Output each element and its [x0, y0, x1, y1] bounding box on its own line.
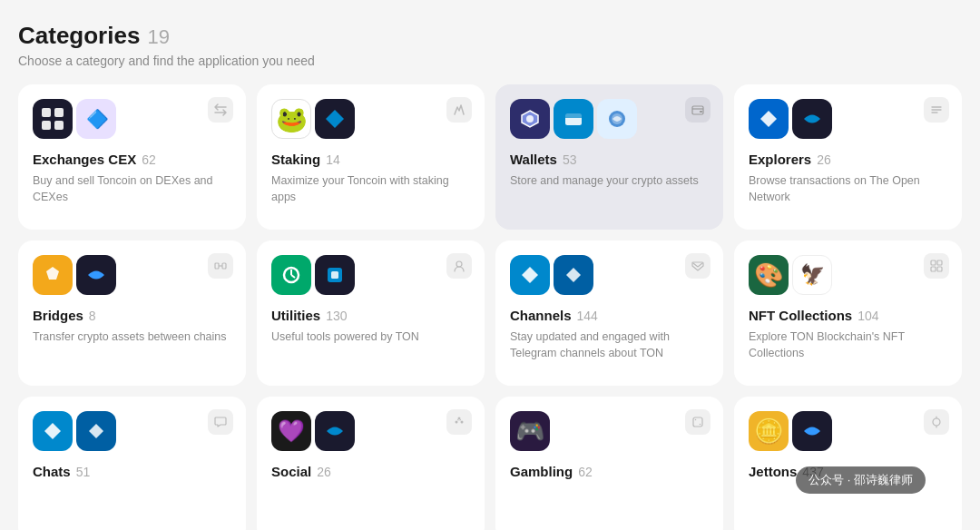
- card-icons-wallets: [510, 99, 709, 139]
- card-count-explorers: 26: [817, 152, 831, 167]
- svg-marker-17: [760, 111, 777, 127]
- card-desc-explorers: Browse transactions on The Open Network: [749, 172, 947, 205]
- svg-line-25: [291, 275, 295, 278]
- svg-rect-5: [692, 106, 703, 114]
- card-title-bridges: Bridges: [33, 308, 83, 323]
- app-icon-chats-2: [76, 411, 116, 451]
- svg-point-42: [695, 419, 697, 421]
- card-count-wallets: 53: [563, 152, 577, 167]
- card-nft-collections[interactable]: 🎨 🦅 NFT Collections 104 Explore TON Bloc…: [734, 240, 962, 386]
- card-title-utilities: Utilities: [271, 308, 320, 323]
- card-count-nft: 104: [858, 309, 878, 323]
- card-icons-explorers: [749, 99, 947, 139]
- svg-marker-28: [522, 267, 538, 283]
- card-staking[interactable]: 🐸 Staking 14 Maximize your Toncoin with …: [257, 84, 485, 230]
- card-bridges[interactable]: Bridges 8 Transfer crypto assets between…: [18, 240, 246, 386]
- app-icon-gambling-1: 🎮: [510, 411, 550, 451]
- card-icons-channels: [510, 255, 709, 295]
- card-desc-nft: Explore TON Blockchain's NFT Collections: [749, 329, 947, 361]
- corner-icon-wallets: [685, 97, 710, 123]
- card-title-chats: Chats: [33, 464, 71, 479]
- card-icons-jettons: 🪙: [749, 411, 947, 451]
- card-icons-utilities: [271, 255, 470, 295]
- card-jettons[interactable]: 🪙 Jettons 437: [734, 397, 962, 530]
- svg-text:🔷: 🔷: [86, 108, 109, 130]
- card-desc-staking: Maximize your Toncoin with staking apps: [271, 172, 470, 205]
- app-icon-explorers-2: [792, 99, 832, 139]
- card-wallets[interactable]: Wallets 53 Store and manage your crypto …: [495, 84, 723, 230]
- svg-point-36: [456, 421, 458, 424]
- app-icon-jettons-1: 🪙: [749, 411, 789, 451]
- card-desc-utilities: Useful tools powered by TON: [271, 329, 470, 345]
- card-count-social: 26: [317, 465, 331, 479]
- svg-point-38: [461, 421, 464, 424]
- page-title: Categories: [18, 22, 140, 50]
- card-exchanges-cex[interactable]: 🔷 Exchanges CEX 62 Buy and sell Toncoin …: [18, 84, 246, 230]
- card-title-wallets: Wallets: [510, 152, 557, 167]
- card-count-exchanges: 62: [142, 152, 156, 167]
- app-icon-wallets-1: [510, 99, 550, 139]
- svg-marker-34: [44, 423, 61, 439]
- svg-rect-31: [937, 260, 942, 265]
- app-icon-social-1: 💜: [271, 411, 311, 451]
- card-icons-social: 💜: [271, 411, 470, 451]
- app-icon-staking-2: [315, 99, 355, 139]
- corner-icon-gambling: [685, 409, 710, 435]
- svg-point-37: [458, 417, 461, 420]
- svg-rect-30: [931, 260, 936, 265]
- page-count: 19: [147, 25, 169, 49]
- card-count-channels: 144: [577, 309, 598, 323]
- svg-rect-6: [700, 111, 702, 113]
- app-icon-channels-1: [510, 255, 550, 295]
- corner-icon-staking: [446, 97, 472, 123]
- corner-icon-chats: [208, 409, 233, 435]
- card-icons-exchanges: 🔷: [33, 99, 231, 139]
- card-utilities[interactable]: Utilities 130 Useful tools powered by TO…: [257, 240, 485, 386]
- svg-rect-3: [54, 121, 64, 130]
- card-channels[interactable]: Channels 144 Stay updated and engaged wi…: [495, 240, 723, 386]
- app-icon-jettons-2: [792, 411, 832, 451]
- app-icon-chats-1: [33, 411, 73, 451]
- app-icon-nft-2: 🦅: [792, 255, 832, 295]
- svg-point-43: [700, 424, 701, 426]
- svg-point-22: [456, 261, 462, 267]
- svg-rect-33: [937, 267, 942, 271]
- corner-icon-utilities: [446, 253, 472, 279]
- card-desc-channels: Stay updated and engaged with Telegram c…: [510, 329, 709, 361]
- card-chats[interactable]: Chats 51: [18, 397, 246, 530]
- card-count-utilities: 130: [326, 309, 347, 323]
- card-icons-gambling: 🎮: [510, 411, 709, 451]
- card-title-gambling: Gambling: [510, 464, 573, 479]
- svg-line-40: [460, 419, 461, 420]
- corner-icon-nft: [924, 253, 949, 279]
- card-desc-exchanges: Buy and sell Toncoin on DEXes and CEXes: [33, 172, 231, 205]
- card-social[interactable]: 💜 Social 26: [257, 397, 485, 530]
- app-icon-utilities-2: [315, 255, 355, 295]
- corner-icon-channels: [685, 253, 710, 279]
- card-icons-bridges: [33, 255, 231, 295]
- svg-rect-11: [565, 113, 582, 118]
- card-count-gambling: 62: [578, 465, 593, 479]
- corner-icon-explorers: [924, 97, 949, 123]
- card-gambling[interactable]: 🎮 Gambling 62: [495, 397, 723, 530]
- svg-rect-0: [42, 108, 51, 117]
- corner-icon-social: [446, 409, 472, 435]
- app-icon-wallets-2: [554, 99, 593, 139]
- svg-marker-29: [566, 268, 581, 282]
- card-count-chats: 51: [76, 465, 91, 479]
- card-explorers[interactable]: Explorers 26 Browse transactions on The …: [734, 84, 962, 230]
- page-header: Categories 19 Choose a category and find…: [18, 22, 962, 68]
- corner-icon-bridges: [208, 253, 233, 279]
- svg-point-44: [933, 418, 940, 426]
- app-icon-nft-1: 🎨: [749, 255, 789, 295]
- card-title-staking: Staking: [271, 152, 320, 167]
- card-title-jettons: Jettons: [749, 464, 797, 479]
- app-icon-wallets-3: [597, 99, 637, 139]
- app-icon-exchanges-2: 🔷: [76, 99, 116, 139]
- app-icon-exchanges-1: [33, 99, 73, 139]
- app-icon-channels-2: [554, 255, 593, 295]
- svg-line-39: [457, 419, 458, 420]
- card-title-explorers: Explorers: [749, 152, 811, 167]
- svg-marker-35: [89, 424, 103, 438]
- card-title-nft: NFT Collections: [749, 308, 852, 323]
